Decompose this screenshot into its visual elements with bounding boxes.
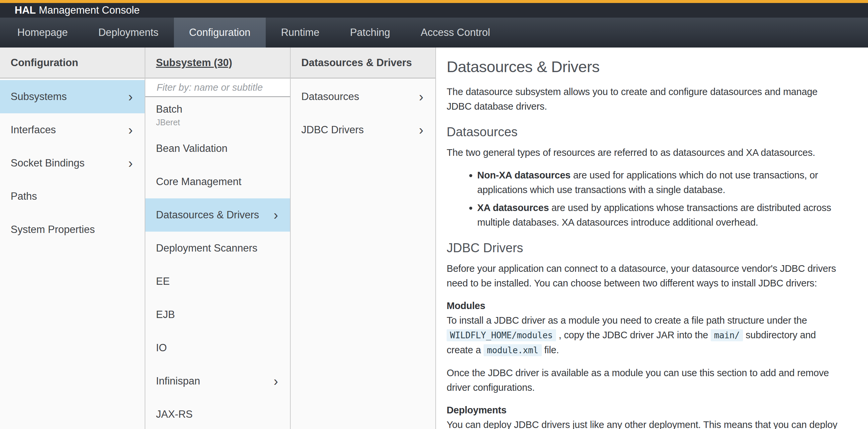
finder-item-subtitle: JBeret <box>156 118 182 127</box>
finder-item-labels: JAX-RS <box>156 408 192 420</box>
finder-item-core-management[interactable]: Core Management <box>145 165 290 198</box>
column-header-dropdown[interactable]: Subsystem (30) <box>156 57 232 69</box>
finder-item-label: Deployment Scanners <box>156 242 257 254</box>
hal-management-console: HALManagement Console HomepageDeployment… <box>0 0 868 429</box>
accent-top-bar <box>0 0 868 3</box>
paragraph-label: Deployments <box>447 403 845 417</box>
finder-item-label: JAX-RS <box>156 408 192 420</box>
column-header-label: Configuration <box>11 57 78 69</box>
finder-item-labels: Infinispan <box>156 375 200 387</box>
finder-item-list: BatchJBeretBean ValidationCore Managemen… <box>145 97 290 429</box>
preview-paragraph: The two general types of resources are r… <box>447 145 845 160</box>
finder-item-paths[interactable]: Paths <box>0 180 145 213</box>
finder-item-label: Bean Validation <box>156 142 227 155</box>
bold-text: XA datasources <box>477 202 549 213</box>
finder-item-labels: Datasources <box>301 91 359 103</box>
finder-item-labels: Socket Bindings <box>11 157 85 169</box>
preview-section-heading: JDBC Drivers <box>447 241 845 255</box>
list-item: XA datasources are used by applications … <box>477 200 845 230</box>
nav-tab-configuration[interactable]: Configuration <box>174 18 266 47</box>
finder-item-batch[interactable]: BatchJBeret <box>145 99 290 132</box>
finder-column-configuration: ConfigurationSubsystems›Interfaces›Socke… <box>0 47 145 429</box>
preview-paragraph: Before your application can connect to a… <box>447 261 845 290</box>
finder-item-label: Socket Bindings <box>11 157 85 169</box>
brand-bold: HAL <box>14 4 36 16</box>
finder-item-label: Batch <box>156 103 182 115</box>
app-brand[interactable]: HALManagement Console <box>14 4 140 16</box>
finder-item-list: Subsystems›Interfaces›Socket Bindings›Pa… <box>0 78 145 429</box>
finder-item-label: Datasources <box>301 91 359 103</box>
column-header-subsystem-30: Subsystem (30) <box>145 47 290 78</box>
finder-item-label: Paths <box>11 190 37 202</box>
inline-code: main/ <box>711 329 743 341</box>
preview-list: Non-XA datasources are used for applicat… <box>447 168 845 230</box>
chevron-right-icon: › <box>128 157 133 170</box>
preview-labeled-paragraph: DeploymentsYou can deploy JDBC drivers j… <box>447 403 845 429</box>
finder-item-label: EE <box>156 275 169 288</box>
finder-item-labels: BatchJBeret <box>156 103 182 127</box>
finder-item-labels: EJB <box>156 309 175 321</box>
chevron-right-icon: › <box>419 123 423 137</box>
finder-item-interfaces[interactable]: Interfaces› <box>0 113 145 146</box>
inline-code: module.xml <box>484 344 542 356</box>
preview-section-heading: Datasources <box>447 125 845 139</box>
finder-item-ee[interactable]: EE <box>145 265 290 298</box>
chevron-right-icon: › <box>419 90 423 103</box>
finder-item-jdbc-drivers[interactable]: JDBC Drivers› <box>291 113 435 146</box>
preview-paragraph: Once the JDBC driver is available as a m… <box>447 366 845 395</box>
finder-item-label: Interfaces <box>11 124 56 136</box>
chevron-right-icon: › <box>128 123 133 137</box>
finder-item-label: Core Management <box>156 176 242 188</box>
column-header-label: Datasources & Drivers <box>301 57 412 69</box>
paragraph-label: Modules <box>447 298 845 313</box>
list-item: Non-XA datasources are used for applicat… <box>477 168 845 197</box>
nav-tab-homepage[interactable]: Homepage <box>2 18 83 47</box>
finder-column-datasources-drivers: Datasources & DriversDatasources›JDBC Dr… <box>291 47 436 429</box>
finder-item-datasources[interactable]: Datasources› <box>291 80 435 113</box>
finder-item-deployment-scanners[interactable]: Deployment Scanners <box>145 232 290 265</box>
finder-item-bean-validation[interactable]: Bean Validation <box>145 132 290 165</box>
finder: ConfigurationSubsystems›Interfaces›Socke… <box>0 47 868 429</box>
finder-item-infinispan[interactable]: Infinispan› <box>145 365 290 398</box>
finder-item-label: Infinispan <box>156 375 200 387</box>
nav-tab-access-control[interactable]: Access Control <box>405 18 505 47</box>
nav-tab-patching[interactable]: Patching <box>335 18 405 47</box>
primary-nav: HomepageDeploymentsConfigurationRuntimeP… <box>0 18 868 47</box>
finder-item-labels: IO <box>156 342 167 354</box>
nav-tab-deployments[interactable]: Deployments <box>83 18 174 47</box>
finder-item-label: Datasources & Drivers <box>156 209 259 221</box>
finder-item-io[interactable]: IO <box>145 331 290 365</box>
finder-item-labels: Deployment Scanners <box>156 242 257 254</box>
finder-item-label: IO <box>156 342 167 354</box>
preview-title: Datasources & Drivers <box>447 58 845 76</box>
finder-item-labels: Interfaces <box>11 124 56 136</box>
finder-item-subsystems[interactable]: Subsystems› <box>0 80 145 113</box>
filter-row <box>145 78 290 97</box>
finder-item-labels: EE <box>156 275 169 288</box>
finder-item-labels: Paths <box>11 190 37 202</box>
finder-item-socket-bindings[interactable]: Socket Bindings› <box>0 146 145 180</box>
finder-item-label: EJB <box>156 309 175 321</box>
finder-item-labels: Subsystems <box>11 91 67 103</box>
finder-item-datasources-drivers[interactable]: Datasources & Drivers› <box>145 198 290 232</box>
finder-item-labels: Core Management <box>156 176 242 188</box>
finder-item-labels: System Properties <box>11 224 95 236</box>
finder-item-labels: JDBC Drivers <box>301 124 364 136</box>
finder-item-labels: Datasources & Drivers <box>156 209 259 221</box>
nav-tab-runtime[interactable]: Runtime <box>266 18 335 47</box>
column-header-datasources-drivers: Datasources & Drivers <box>291 47 435 78</box>
finder-item-system-properties[interactable]: System Properties <box>0 213 145 246</box>
preview-panel: Datasources & Drivers The datasource sub… <box>436 47 868 429</box>
filter-input[interactable] <box>156 82 279 93</box>
preview-body: The datasource subsystem allows you to c… <box>447 85 845 429</box>
brand-rest: Management Console <box>39 4 140 16</box>
finder-item-labels: Bean Validation <box>156 142 227 155</box>
finder-item-label: System Properties <box>11 224 95 236</box>
column-header-configuration: Configuration <box>0 47 145 78</box>
finder-item-jax-rs[interactable]: JAX-RS <box>145 398 290 429</box>
chevron-right-icon: › <box>274 374 278 388</box>
finder-item-label: JDBC Drivers <box>301 124 364 136</box>
finder-item-ejb[interactable]: EJB <box>145 298 290 331</box>
preview-paragraph: The datasource subsystem allows you to c… <box>447 85 845 113</box>
finder-column-subsystem-30: Subsystem (30)BatchJBeretBean Validation… <box>145 47 291 429</box>
